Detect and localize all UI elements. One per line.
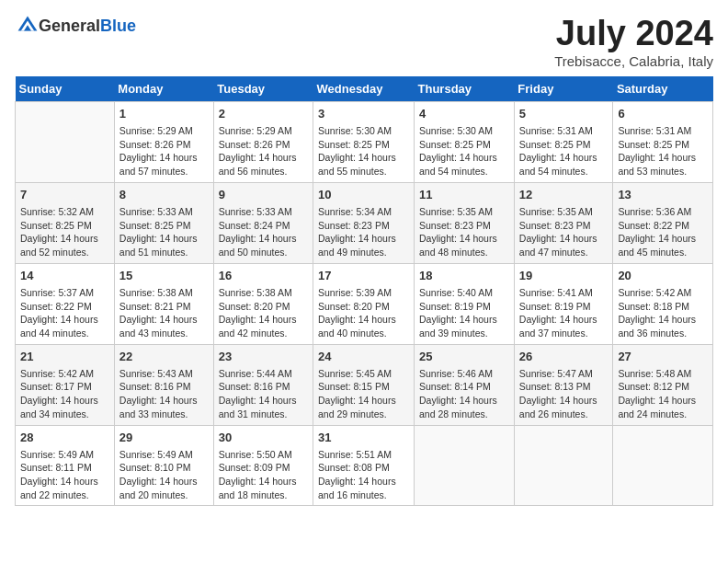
calendar-cell: 21Sunrise: 5:42 AMSunset: 8:17 PMDayligh… <box>16 344 115 425</box>
day-number: 21 <box>20 349 109 365</box>
column-header-thursday: Thursday <box>415 76 515 102</box>
day-info: Sunrise: 5:30 AMSunset: 8:25 PMDaylight:… <box>318 124 409 178</box>
column-header-saturday: Saturday <box>613 76 713 102</box>
day-number: 23 <box>219 349 308 365</box>
calendar-cell: 30Sunrise: 5:50 AMSunset: 8:09 PMDayligh… <box>213 425 313 506</box>
day-info: Sunrise: 5:38 AMSunset: 8:21 PMDaylight:… <box>119 286 209 340</box>
calendar-cell: 24Sunrise: 5:45 AMSunset: 8:15 PMDayligh… <box>313 344 415 425</box>
day-number: 11 <box>419 187 509 203</box>
day-number: 19 <box>519 268 609 284</box>
calendar-cell: 2Sunrise: 5:29 AMSunset: 8:26 PMDaylight… <box>213 101 313 182</box>
calendar-cell: 18Sunrise: 5:40 AMSunset: 8:19 PMDayligh… <box>415 263 515 344</box>
day-number: 20 <box>618 268 708 284</box>
day-info: Sunrise: 5:31 AMSunset: 8:25 PMDaylight:… <box>618 124 708 178</box>
calendar-cell <box>415 425 515 506</box>
day-info: Sunrise: 5:33 AMSunset: 8:25 PMDaylight:… <box>119 205 209 259</box>
calendar-cell <box>16 101 115 182</box>
day-info: Sunrise: 5:42 AMSunset: 8:18 PMDaylight:… <box>618 286 708 340</box>
day-info: Sunrise: 5:41 AMSunset: 8:19 PMDaylight:… <box>519 286 609 340</box>
day-info: Sunrise: 5:44 AMSunset: 8:16 PMDaylight:… <box>219 367 308 421</box>
calendar-cell: 22Sunrise: 5:43 AMSunset: 8:16 PMDayligh… <box>114 344 213 425</box>
calendar-cell: 3Sunrise: 5:30 AMSunset: 8:25 PMDaylight… <box>313 101 415 182</box>
calendar-cell: 23Sunrise: 5:44 AMSunset: 8:16 PMDayligh… <box>213 344 313 425</box>
day-number: 31 <box>318 430 409 446</box>
day-info: Sunrise: 5:35 AMSunset: 8:23 PMDaylight:… <box>419 205 509 259</box>
day-info: Sunrise: 5:36 AMSunset: 8:22 PMDaylight:… <box>618 205 708 259</box>
day-info: Sunrise: 5:33 AMSunset: 8:24 PMDaylight:… <box>219 205 308 259</box>
title-block: July 2024 Trebisacce, Calabria, Italy <box>554 15 713 69</box>
day-number: 5 <box>519 106 609 122</box>
day-info: Sunrise: 5:29 AMSunset: 8:26 PMDaylight:… <box>119 124 209 178</box>
day-info: Sunrise: 5:32 AMSunset: 8:25 PMDaylight:… <box>20 205 109 259</box>
day-info: Sunrise: 5:47 AMSunset: 8:13 PMDaylight:… <box>519 367 609 421</box>
day-info: Sunrise: 5:29 AMSunset: 8:26 PMDaylight:… <box>219 124 308 178</box>
calendar-cell: 13Sunrise: 5:36 AMSunset: 8:22 PMDayligh… <box>613 182 713 263</box>
calendar-cell: 9Sunrise: 5:33 AMSunset: 8:24 PMDaylight… <box>213 182 313 263</box>
day-info: Sunrise: 5:30 AMSunset: 8:25 PMDaylight:… <box>419 124 509 178</box>
day-info: Sunrise: 5:42 AMSunset: 8:17 PMDaylight:… <box>20 367 109 421</box>
day-number: 7 <box>20 187 109 203</box>
calendar-cell: 7Sunrise: 5:32 AMSunset: 8:25 PMDaylight… <box>16 182 115 263</box>
day-info: Sunrise: 5:49 AMSunset: 8:11 PMDaylight:… <box>20 448 109 502</box>
day-number: 9 <box>219 187 308 203</box>
day-number: 18 <box>419 268 509 284</box>
day-number: 3 <box>318 106 409 122</box>
calendar-cell <box>514 425 613 506</box>
day-number: 29 <box>119 430 209 446</box>
logo-icon <box>17 15 39 37</box>
day-info: Sunrise: 5:31 AMSunset: 8:25 PMDaylight:… <box>519 124 609 178</box>
month-year-title: July 2024 <box>554 15 713 53</box>
calendar-cell: 19Sunrise: 5:41 AMSunset: 8:19 PMDayligh… <box>514 263 613 344</box>
calendar-cell: 29Sunrise: 5:49 AMSunset: 8:10 PMDayligh… <box>114 425 213 506</box>
logo-blue-text: Blue <box>100 17 136 35</box>
calendar-cell: 31Sunrise: 5:51 AMSunset: 8:08 PMDayligh… <box>313 425 415 506</box>
day-number: 22 <box>119 349 209 365</box>
day-info: Sunrise: 5:39 AMSunset: 8:20 PMDaylight:… <box>318 286 409 340</box>
column-header-sunday: Sunday <box>16 76 115 102</box>
calendar-cell: 12Sunrise: 5:35 AMSunset: 8:23 PMDayligh… <box>514 182 613 263</box>
calendar-header-row: SundayMondayTuesdayWednesdayThursdayFrid… <box>16 76 713 102</box>
day-number: 26 <box>519 349 609 365</box>
day-number: 8 <box>119 187 209 203</box>
day-info: Sunrise: 5:51 AMSunset: 8:08 PMDaylight:… <box>318 448 409 502</box>
calendar-cell: 5Sunrise: 5:31 AMSunset: 8:25 PMDaylight… <box>514 101 613 182</box>
calendar-cell: 26Sunrise: 5:47 AMSunset: 8:13 PMDayligh… <box>514 344 613 425</box>
day-number: 15 <box>119 268 209 284</box>
calendar-week-row: 28Sunrise: 5:49 AMSunset: 8:11 PMDayligh… <box>16 425 713 506</box>
calendar-cell: 16Sunrise: 5:38 AMSunset: 8:20 PMDayligh… <box>213 263 313 344</box>
calendar-week-row: 14Sunrise: 5:37 AMSunset: 8:22 PMDayligh… <box>16 263 713 344</box>
day-number: 17 <box>318 268 409 284</box>
day-number: 12 <box>519 187 609 203</box>
calendar-week-row: 21Sunrise: 5:42 AMSunset: 8:17 PMDayligh… <box>16 344 713 425</box>
day-info: Sunrise: 5:49 AMSunset: 8:10 PMDaylight:… <box>119 448 209 502</box>
day-number: 27 <box>618 349 708 365</box>
calendar-cell: 15Sunrise: 5:38 AMSunset: 8:21 PMDayligh… <box>114 263 213 344</box>
calendar-cell: 4Sunrise: 5:30 AMSunset: 8:25 PMDaylight… <box>415 101 515 182</box>
day-info: Sunrise: 5:40 AMSunset: 8:19 PMDaylight:… <box>419 286 509 340</box>
day-info: Sunrise: 5:48 AMSunset: 8:12 PMDaylight:… <box>618 367 708 421</box>
column-header-tuesday: Tuesday <box>213 76 313 102</box>
calendar-cell: 27Sunrise: 5:48 AMSunset: 8:12 PMDayligh… <box>613 344 713 425</box>
day-number: 1 <box>119 106 209 122</box>
calendar-cell: 20Sunrise: 5:42 AMSunset: 8:18 PMDayligh… <box>613 263 713 344</box>
calendar-cell: 10Sunrise: 5:34 AMSunset: 8:23 PMDayligh… <box>313 182 415 263</box>
day-number: 13 <box>618 187 708 203</box>
day-info: Sunrise: 5:45 AMSunset: 8:15 PMDaylight:… <box>318 367 409 421</box>
calendar-table: SundayMondayTuesdayWednesdayThursdayFrid… <box>15 76 713 507</box>
column-header-wednesday: Wednesday <box>313 76 415 102</box>
day-number: 28 <box>20 430 109 446</box>
day-info: Sunrise: 5:35 AMSunset: 8:23 PMDaylight:… <box>519 205 609 259</box>
calendar-cell: 6Sunrise: 5:31 AMSunset: 8:25 PMDaylight… <box>613 101 713 182</box>
calendar-cell: 28Sunrise: 5:49 AMSunset: 8:11 PMDayligh… <box>16 425 115 506</box>
day-number: 10 <box>318 187 409 203</box>
calendar-cell: 25Sunrise: 5:46 AMSunset: 8:14 PMDayligh… <box>415 344 515 425</box>
day-number: 30 <box>219 430 308 446</box>
calendar-cell: 17Sunrise: 5:39 AMSunset: 8:20 PMDayligh… <box>313 263 415 344</box>
column-header-monday: Monday <box>114 76 213 102</box>
day-info: Sunrise: 5:43 AMSunset: 8:16 PMDaylight:… <box>119 367 209 421</box>
calendar-week-row: 1Sunrise: 5:29 AMSunset: 8:26 PMDaylight… <box>16 101 713 182</box>
calendar-cell <box>613 425 713 506</box>
calendar-cell: 8Sunrise: 5:33 AMSunset: 8:25 PMDaylight… <box>114 182 213 263</box>
logo: GeneralBlue <box>15 15 136 37</box>
logo-general-text: General <box>39 17 100 35</box>
